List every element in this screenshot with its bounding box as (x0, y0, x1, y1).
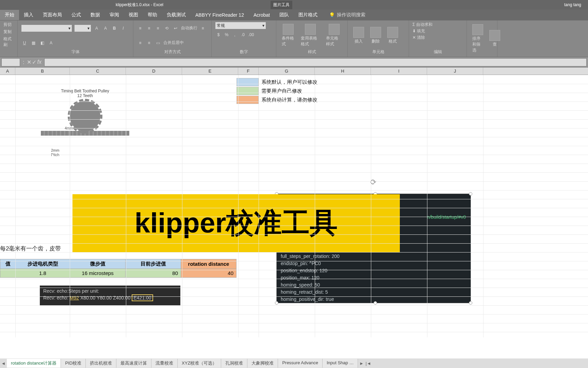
edit-group-label: 编辑 (412, 49, 463, 56)
align-top-icon[interactable]: ≡ (137, 25, 144, 32)
sort-filter-button[interactable]: 排序和筛选 (470, 24, 485, 54)
insert-cell-button[interactable]: 插入 (351, 26, 366, 45)
merge-label[interactable]: 合并后居中 (163, 40, 184, 46)
delete-cell-button[interactable]: 删除 (368, 26, 383, 45)
font-color-icon[interactable]: A (48, 40, 54, 46)
currency-icon[interactable]: $ (215, 31, 222, 38)
clear-button[interactable]: ✕ 清除 (412, 35, 425, 41)
tab-formula[interactable]: 公式 (67, 10, 86, 20)
sheet-tab[interactable]: 最高速度计算 (116, 359, 151, 368)
fill-button[interactable]: ⬇ 填充 (412, 28, 425, 34)
tab-view[interactable]: 视图 (124, 10, 143, 20)
tab-acrobat[interactable]: Acrobat (249, 10, 275, 20)
col-header-c[interactable]: C (70, 67, 126, 75)
selection-handle-icon[interactable] (469, 301, 472, 305)
autosum-button[interactable]: Σ 自动求和 (412, 22, 432, 28)
selection-handle-icon[interactable] (374, 301, 377, 305)
find-button[interactable]: 查 (487, 29, 502, 48)
align-right-icon[interactable]: ≡ (146, 40, 152, 46)
sheet-tab[interactable]: 流量校准 (151, 359, 178, 368)
m92-highlight: M92 (70, 295, 79, 301)
col-header-b[interactable]: B (15, 67, 70, 75)
align-left-icon[interactable]: ≡ (199, 25, 206, 32)
format-icon (387, 27, 398, 38)
fill-color-icon[interactable]: ◧ (39, 40, 46, 46)
dec-decimal-icon[interactable]: .00 (248, 31, 255, 38)
decrease-font-icon[interactable]: A (102, 25, 109, 32)
cell-group: 插入 删除 格式 单元格 (348, 20, 409, 57)
format-cell-button[interactable]: 格式 (385, 26, 400, 45)
col-header-f[interactable]: F (238, 67, 259, 75)
legend-row: 系统默认，用户可以修改 (236, 78, 317, 87)
sheet-tab[interactable]: XYZ校准（可选） (178, 359, 221, 368)
col-header-g[interactable]: G (259, 67, 315, 75)
tell-me[interactable]: 💡 操作说明搜索 (329, 12, 365, 18)
percent-icon[interactable]: % (223, 31, 230, 38)
e-value-box: E421.00 (132, 294, 153, 301)
font-group: ▾ ▾ A A B I U ▦ ◧ A 字体 (18, 20, 133, 57)
cancel-formula-icon[interactable]: ✕ (27, 59, 31, 65)
fx-icon[interactable]: fx (37, 59, 41, 65)
tab-insert[interactable]: 插入 (19, 10, 38, 20)
sheet-tab[interactable]: PID校准 (61, 359, 86, 368)
wrap-icon[interactable]: ↩ (172, 25, 179, 32)
sheet-tab[interactable]: Pressure Advance (278, 359, 323, 368)
col-header-h[interactable]: H (315, 67, 371, 75)
insert-label: 插入 (355, 39, 363, 44)
font-family-combo[interactable]: ▾ (21, 25, 72, 32)
col-header-a[interactable]: A (0, 67, 15, 75)
sheet-tab[interactable]: Input Shap … (323, 359, 358, 368)
number-format-combo[interactable]: 常规▾ (215, 22, 266, 29)
align-mid-icon[interactable]: ≡ (146, 25, 152, 32)
inc-decimal-icon[interactable]: .0 (240, 31, 246, 38)
tab-team[interactable]: 团队 (275, 10, 294, 20)
table-format-icon (305, 24, 316, 35)
align-center-icon[interactable]: ≡ (137, 40, 144, 46)
worksheet-area[interactable]: 系统默认，用户可以修改需要用户自己修改系统自动计算，请勿修改 Timing Be… (0, 75, 588, 337)
tab-scroll-left[interactable]: ◄ (0, 361, 7, 366)
table-format-button[interactable]: 套用表格格式 (299, 23, 322, 48)
copy-button[interactable]: 复制 (3, 29, 12, 35)
bold-icon[interactable]: B (111, 25, 118, 32)
col-header-d[interactable]: D (126, 67, 182, 75)
formula-input[interactable] (44, 58, 587, 66)
sheet-tab[interactable]: 大象脚校准 (247, 359, 278, 368)
console-line-1: Recv: echo:Steps per unit: (43, 288, 177, 294)
tab-loadtest[interactable]: 负载测试 (162, 10, 191, 20)
col-header-e[interactable]: E (182, 67, 238, 75)
cut-button[interactable]: 剪切 (3, 22, 12, 28)
enter-formula-icon[interactable]: ✓ (32, 59, 36, 65)
name-box[interactable] (1, 58, 20, 66)
wrap-label[interactable]: 自动换行 (181, 25, 197, 31)
tab-data[interactable]: 数据 (86, 10, 105, 20)
underline-icon[interactable]: U (21, 40, 28, 46)
tab-review[interactable]: 审阅 (105, 10, 124, 20)
rotate-handle-icon[interactable]: ⟳ (370, 178, 380, 187)
tab-picformat[interactable]: 图片格式 (294, 10, 322, 20)
col-header-i[interactable]: I (371, 67, 427, 75)
italic-icon[interactable]: I (120, 25, 127, 32)
tab-home[interactable]: 开始 (0, 10, 19, 20)
sheet-tab[interactable]: rotation distance计算器 (7, 359, 61, 368)
tab-abbyy[interactable]: ABBYY FineReader 12 (191, 10, 249, 20)
col-header-j[interactable]: J (427, 67, 483, 75)
sheet-tab[interactable]: 挤出机校准 (86, 359, 116, 368)
ribbon: 剪切 复制 格式刷 ▾ ▾ A A B I U ▦ ◧ A 字体 ≡ ≡ ≡ ⟲… (0, 20, 588, 57)
border-icon[interactable]: ▦ (30, 40, 37, 46)
tab-help[interactable]: 帮助 (143, 10, 162, 20)
tab-scroll-end[interactable]: |◄ (365, 361, 372, 366)
comma-icon[interactable]: , (231, 31, 238, 38)
increase-font-icon[interactable]: A (93, 25, 100, 32)
selection-handle-icon[interactable] (275, 301, 278, 305)
font-size-combo[interactable]: ▾ (74, 25, 91, 32)
sheet-tab[interactable]: 孔洞校准 (221, 359, 247, 368)
merge-icon[interactable]: ▭ (154, 40, 161, 46)
tab-scroll-right[interactable]: ► (358, 361, 365, 366)
selection-handle-icon[interactable] (469, 192, 472, 196)
tab-layout[interactable]: 页面布局 (38, 10, 67, 20)
orientation-icon[interactable]: ⟲ (163, 25, 170, 32)
align-bot-icon[interactable]: ≡ (154, 25, 161, 32)
format-painter-button[interactable]: 格式刷 (3, 36, 14, 48)
cell-style-button[interactable]: 单元格样式 (324, 23, 344, 48)
cond-format-button[interactable]: 条件格式 (280, 23, 297, 48)
